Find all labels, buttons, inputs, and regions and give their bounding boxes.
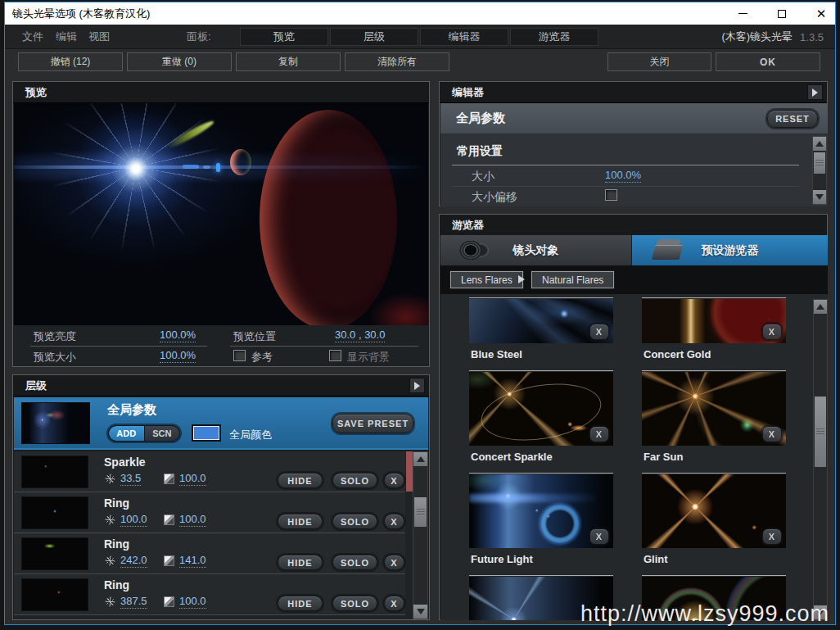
- scrollbar-thumb[interactable]: [414, 497, 427, 527]
- menu-view[interactable]: 视图: [88, 25, 110, 49]
- layer-scale-value[interactable]: 100.0: [179, 596, 206, 609]
- undo-button[interactable]: 撤销 (12): [18, 52, 123, 71]
- layer-scale-value[interactable]: 141.0: [179, 555, 206, 568]
- panel-toggle-editor[interactable]: 编辑器: [420, 28, 508, 46]
- global-thumbnail[interactable]: [21, 402, 90, 444]
- preview-size-value[interactable]: 100.0%: [160, 350, 196, 363]
- layer-name: Ring: [104, 496, 129, 510]
- panel-toggle-browser[interactable]: 游览器: [510, 28, 598, 46]
- global-color-swatch[interactable]: [193, 426, 219, 440]
- layer-brightness-value[interactable]: 100.0: [120, 514, 147, 527]
- preset-thumbnail[interactable]: X: [469, 372, 613, 446]
- panel-toggle-preview[interactable]: 预览: [240, 28, 328, 46]
- layer-row[interactable]: Ring 387.5 100.0 HIDE SOLO X: [14, 574, 405, 615]
- divider: [452, 186, 799, 187]
- scrollbar-thumb[interactable]: [815, 397, 826, 467]
- preset-thumbnail[interactable]: X: [642, 474, 786, 548]
- minimize-button[interactable]: [735, 7, 750, 21]
- redo-button[interactable]: 重做 (0): [127, 52, 232, 71]
- layer-thumbnail[interactable]: [21, 456, 88, 488]
- layer-brightness-value[interactable]: 387.5: [120, 596, 147, 609]
- hide-button[interactable]: HIDE: [278, 555, 323, 570]
- delete-preset-button[interactable]: X: [762, 426, 782, 442]
- layer-row[interactable]: Ring 242.0 141.0 HIDE SOLO X: [14, 533, 405, 574]
- close-button[interactable]: ✕: [814, 7, 829, 21]
- layer-row[interactable]: Ring 100.0 100.0 HIDE SOLO X: [14, 492, 405, 533]
- menu-file[interactable]: 文件: [22, 25, 43, 49]
- global-parameters-row[interactable]: 全局参数 ADD SCN 全局颜色 SAVE PRESET: [14, 397, 428, 450]
- layer-brightness-value[interactable]: 33.5: [120, 473, 141, 486]
- maximize-button[interactable]: [775, 7, 789, 21]
- scroll-up-button[interactable]: [813, 137, 826, 151]
- layer-scale-value[interactable]: 100.0: [179, 473, 206, 486]
- delete-layer-button[interactable]: X: [384, 514, 404, 529]
- hide-button[interactable]: HIDE: [278, 514, 323, 529]
- scrollbar-thumb[interactable]: [814, 152, 825, 174]
- opacity-icon: [164, 514, 174, 525]
- scroll-up-button[interactable]: [814, 300, 827, 314]
- solo-button[interactable]: SOLO: [332, 473, 377, 488]
- delete-layer-button[interactable]: X: [384, 555, 404, 570]
- browser-scrollbar[interactable]: [813, 299, 828, 620]
- scn-mode-button[interactable]: SCN: [144, 426, 180, 441]
- divider: [452, 165, 799, 165]
- editor-content: 常用设置 大小 100.0% 大小偏移: [440, 134, 828, 206]
- clear-all-button[interactable]: 清除所有: [345, 52, 449, 71]
- layer-thumbnail[interactable]: [21, 537, 88, 570]
- stack-scrollbar[interactable]: [413, 451, 428, 619]
- scroll-down-button[interactable]: [413, 605, 427, 619]
- editor-scrollbar[interactable]: [812, 136, 827, 205]
- menu-edit[interactable]: 编辑: [56, 25, 77, 49]
- size-offset-checkbox[interactable]: [605, 189, 617, 201]
- preset-thumbnail[interactable]: X: [642, 372, 786, 446]
- hide-button[interactable]: HIDE: [278, 473, 323, 488]
- solo-button[interactable]: SOLO: [332, 514, 377, 529]
- delete-preset-button[interactable]: X: [762, 324, 782, 340]
- close-dialog-button[interactable]: 关闭: [607, 52, 711, 71]
- browser-panel-header: 游览器: [440, 215, 827, 236]
- solo-button[interactable]: SOLO: [332, 555, 377, 570]
- duplicate-button[interactable]: 复制: [236, 52, 341, 71]
- reference-label: 参考: [251, 350, 273, 365]
- selected-row-indicator: [406, 451, 413, 492]
- maximize-icon: [778, 10, 786, 18]
- layer-scale-value[interactable]: 100.0: [179, 514, 206, 527]
- layer-brightness-value[interactable]: 242.0: [120, 555, 147, 568]
- delete-preset-button[interactable]: X: [762, 528, 782, 545]
- breadcrumb-natural-flares[interactable]: Natural Flares: [531, 271, 614, 288]
- panel-expand-button[interactable]: [807, 84, 823, 100]
- hide-button[interactable]: HIDE: [278, 596, 323, 611]
- preview-brightness-value[interactable]: 100.0%: [160, 329, 196, 342]
- tab-preset-browser[interactable]: 预设游览器: [632, 235, 828, 265]
- panel-expand-button[interactable]: [409, 378, 425, 393]
- brightness-icon: [105, 596, 115, 607]
- preset-thumbnail[interactable]: X: [642, 299, 786, 343]
- reference-checkbox[interactable]: [233, 350, 246, 361]
- flare-preview-canvas[interactable]: [14, 103, 428, 325]
- add-mode-button[interactable]: ADD: [109, 426, 144, 441]
- panel-toggle-stack[interactable]: 层级: [330, 28, 418, 46]
- breadcrumb-lens-flares[interactable]: Lens Flares: [450, 271, 523, 288]
- layer-thumbnail[interactable]: [21, 578, 88, 611]
- delete-preset-button[interactable]: X: [589, 324, 609, 340]
- arrow-up-icon: [417, 456, 425, 462]
- layer-thumbnail[interactable]: [21, 496, 88, 529]
- reset-button[interactable]: RESET: [767, 110, 818, 128]
- delete-preset-button[interactable]: X: [589, 426, 609, 442]
- ok-button[interactable]: OK: [716, 52, 820, 71]
- preview-position-value[interactable]: 30.0 , 30.0: [335, 329, 385, 342]
- scroll-up-button[interactable]: [413, 452, 427, 466]
- size-value[interactable]: 100.0%: [605, 170, 641, 183]
- delete-layer-button[interactable]: X: [384, 596, 404, 611]
- scroll-down-button[interactable]: [813, 190, 826, 204]
- preset-thumbnail[interactable]: X: [469, 299, 613, 343]
- show-background-checkbox[interactable]: [329, 350, 341, 361]
- layer-row[interactable]: Sparkle 33.5 100.0 HIDE SOLO X: [14, 451, 405, 492]
- delete-layer-button[interactable]: X: [384, 473, 404, 488]
- delete-preset-button[interactable]: X: [589, 528, 609, 545]
- solo-button[interactable]: SOLO: [332, 596, 377, 611]
- opacity-icon: [164, 555, 174, 566]
- preset-thumbnail[interactable]: X: [469, 474, 613, 548]
- save-preset-button[interactable]: SAVE PRESET: [332, 414, 413, 433]
- tab-lens-objects[interactable]: 镜头对象: [440, 235, 632, 265]
